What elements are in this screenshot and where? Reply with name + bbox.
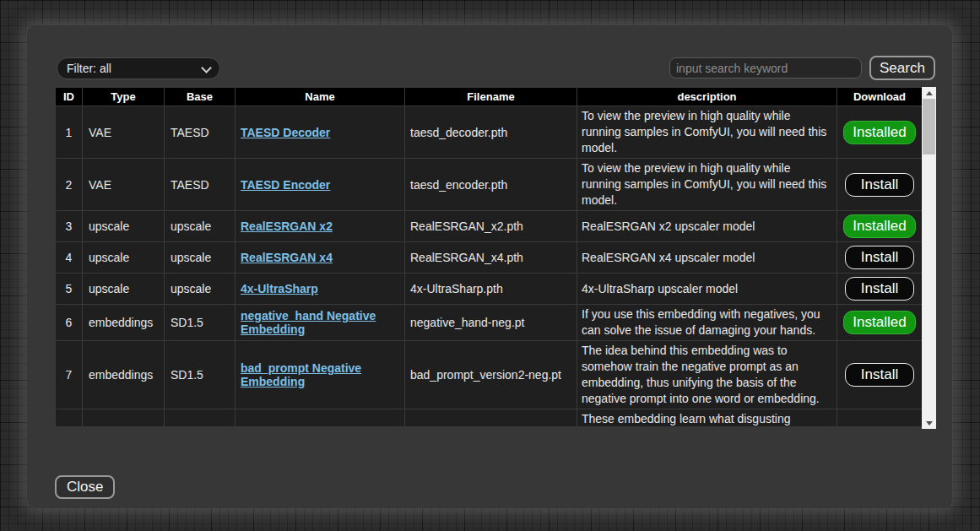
model-link[interactable]: TAESD Decoder bbox=[241, 126, 330, 139]
cell-id: 7 bbox=[56, 341, 83, 409]
cell-filename: 4x-UltraSharp.pth bbox=[405, 274, 577, 305]
cell-id: 6 bbox=[56, 305, 83, 341]
cell-description: RealESRGAN x2 upscaler model bbox=[577, 211, 837, 242]
cell-type: embeddings bbox=[83, 341, 165, 409]
cell-id: 4 bbox=[56, 242, 83, 274]
cell-filename: RealESRGAN_x2.pth bbox=[405, 211, 577, 242]
download-cell: Install bbox=[837, 242, 923, 274]
cell-description: RealESRGAN x4 upscaler model bbox=[577, 242, 837, 274]
download-cell: Install bbox=[837, 159, 923, 211]
cell-base: upscale bbox=[165, 211, 236, 242]
cell-name: RealESRGAN x2 bbox=[236, 211, 405, 242]
cell-name: 4x-UltraSharp bbox=[236, 274, 405, 305]
cell-name: TAESD Encoder bbox=[236, 159, 405, 211]
cell-filename: taesd_decoder.pth bbox=[405, 106, 577, 159]
header-description: description bbox=[577, 88, 837, 106]
cell-type: upscale bbox=[83, 242, 165, 274]
cell-type: upscale bbox=[83, 274, 165, 305]
search-button[interactable]: Search bbox=[869, 56, 935, 80]
download-cell: Install bbox=[837, 274, 923, 305]
download-cell bbox=[837, 409, 923, 427]
header-name: Name bbox=[236, 88, 405, 106]
cell-filename: RealESRGAN_x4.pth bbox=[405, 242, 577, 274]
table-row: 3 upscale upscale RealESRGAN x2 RealESRG… bbox=[56, 211, 923, 242]
cell-description: 4x-UltraSharp upscaler model bbox=[577, 274, 837, 305]
model-link[interactable]: RealESRGAN x4 bbox=[241, 251, 333, 264]
models-table-zone: ID Type Base Name Filename description D… bbox=[55, 87, 937, 426]
cell-base: SD1.5 bbox=[165, 305, 236, 341]
cell-description: To view the preview in high quality whil… bbox=[577, 159, 837, 211]
table-row: 5 upscale upscale 4x-UltraSharp 4x-Ultra… bbox=[56, 274, 923, 305]
table-row: 7 embeddings SD1.5 bad_prompt Negative E… bbox=[56, 341, 923, 409]
cell-filename: bad_prompt_version2-neg.pt bbox=[405, 341, 577, 409]
cell-description: To view the preview in high quality whil… bbox=[577, 106, 837, 159]
cell-description: If you use this embedding with negatives… bbox=[577, 305, 837, 341]
cell-base: upscale bbox=[165, 242, 236, 274]
table-header-row: ID Type Base Name Filename description D… bbox=[56, 88, 923, 106]
cell-base: SD1.5 bbox=[165, 341, 236, 409]
models-table-clip: ID Type Base Name Filename description D… bbox=[55, 87, 922, 426]
download-button[interactable]: Installed bbox=[843, 214, 915, 238]
cell-name: RealESRGAN x4 bbox=[236, 242, 405, 274]
header-base: Base bbox=[165, 88, 236, 106]
cell-filename: taesd_encoder.pth bbox=[405, 159, 577, 211]
model-manager-dialog: Filter: all Search ID Type Base Name bbox=[27, 25, 952, 508]
search-input[interactable] bbox=[669, 57, 862, 79]
cell-name: bad_prompt Negative Embedding bbox=[236, 341, 405, 409]
header-filename: Filename bbox=[405, 88, 577, 106]
table-row: 2 VAE TAESD TAESD Encoder taesd_encoder.… bbox=[56, 159, 923, 211]
filter-select[interactable]: Filter: all bbox=[57, 57, 220, 79]
download-cell: Installed bbox=[837, 305, 923, 341]
cell-id: 2 bbox=[56, 159, 83, 211]
download-button[interactable]: Install bbox=[845, 246, 914, 269]
table-row: 6 embeddings SD1.5 negative_hand Negativ… bbox=[56, 305, 923, 341]
filter-select-wrap: Filter: all bbox=[57, 57, 220, 79]
table-scrollbar[interactable] bbox=[922, 87, 936, 429]
cell-name: TAESD Decoder bbox=[236, 106, 405, 159]
download-button[interactable]: Install bbox=[845, 173, 914, 197]
scrollbar-thumb[interactable] bbox=[923, 99, 935, 154]
header-type: Type bbox=[83, 88, 165, 106]
cell-id bbox=[56, 409, 83, 427]
model-link[interactable]: 4x-UltraSharp bbox=[241, 282, 318, 295]
header-id: ID bbox=[56, 88, 83, 106]
cell-type: upscale bbox=[83, 211, 165, 242]
cell-base: upscale bbox=[165, 274, 236, 305]
table-row: 1 VAE TAESD TAESD Decoder taesd_decoder.… bbox=[56, 106, 923, 159]
cell-base: TAESD bbox=[165, 106, 236, 159]
table-body: 1 VAE TAESD TAESD Decoder taesd_decoder.… bbox=[56, 106, 923, 427]
cell-type: VAE bbox=[83, 159, 165, 211]
cell-filename bbox=[405, 409, 577, 427]
model-link[interactable]: RealESRGAN x2 bbox=[241, 219, 333, 233]
download-button[interactable]: Installed bbox=[843, 121, 915, 144]
download-button[interactable]: Installed bbox=[843, 311, 915, 334]
models-table: ID Type Base Name Filename description D… bbox=[55, 87, 922, 426]
table-row: 4 upscale upscale RealESRGAN x4 RealESRG… bbox=[56, 242, 923, 274]
cell-type bbox=[83, 409, 165, 427]
close-button[interactable]: Close bbox=[55, 475, 115, 499]
cell-description: These embedding learn what disgusting co… bbox=[577, 409, 837, 427]
cell-id: 5 bbox=[56, 274, 83, 305]
cell-filename: negative_hand-neg.pt bbox=[405, 305, 577, 341]
download-button[interactable]: Install bbox=[845, 277, 914, 301]
scrollbar-down-arrow-icon[interactable] bbox=[922, 417, 936, 429]
download-cell: Installed bbox=[837, 106, 923, 159]
cell-id: 1 bbox=[56, 106, 83, 159]
model-link[interactable]: negative_hand Negative Embedding bbox=[241, 309, 376, 336]
cell-type: VAE bbox=[83, 106, 165, 159]
cell-id: 3 bbox=[56, 211, 83, 242]
download-button[interactable]: Install bbox=[845, 363, 914, 387]
cell-base bbox=[165, 409, 236, 427]
model-link[interactable]: TAESD Encoder bbox=[241, 178, 330, 192]
download-cell: Install bbox=[837, 341, 923, 409]
download-cell: Installed bbox=[837, 211, 923, 242]
header-download: Download bbox=[837, 88, 923, 106]
table-row: These embedding learn what disgusting co… bbox=[56, 409, 923, 427]
cell-description: The idea behind this embedding was to so… bbox=[577, 341, 837, 409]
cell-base: TAESD bbox=[165, 159, 236, 211]
cell-name bbox=[236, 409, 405, 427]
cell-type: embeddings bbox=[83, 305, 165, 341]
scrollbar-up-arrow-icon[interactable] bbox=[922, 87, 936, 99]
model-link[interactable]: bad_prompt Negative Embedding bbox=[241, 361, 361, 388]
cell-name: negative_hand Negative Embedding bbox=[236, 305, 405, 341]
